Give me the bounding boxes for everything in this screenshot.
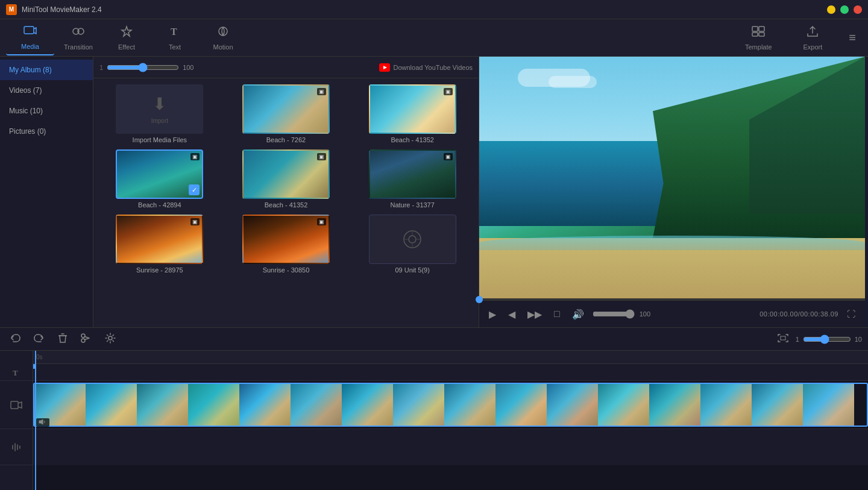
- video-strip: [547, 384, 598, 426]
- list-item[interactable]: ▣ Sunrise - 30850: [226, 215, 347, 274]
- media-label: Nature - 31377: [390, 201, 434, 209]
- zoom-controls: 1 10: [774, 331, 862, 347]
- svg-marker-20: [39, 419, 43, 424]
- export-label: Export: [803, 43, 822, 51]
- sidebar-item-pictures[interactable]: Pictures (0): [0, 121, 93, 142]
- scissors-button[interactable]: [77, 330, 95, 348]
- export-icon: [805, 25, 820, 42]
- toolbar-motion[interactable]: Motion: [199, 20, 247, 55]
- video-strip: [137, 384, 188, 426]
- prev-frame-button[interactable]: ◀: [505, 306, 519, 322]
- media-label: Beach - 41352: [391, 136, 434, 143]
- list-item[interactable]: ▣ Beach - 41352: [226, 149, 347, 209]
- time-display: 00:00:00.00/00:00:38.09: [760, 310, 838, 318]
- video-strip: [700, 384, 752, 426]
- media-thumb: ▣: [369, 84, 456, 134]
- video-strip: [752, 384, 803, 426]
- media-thumb: ▣: [242, 149, 330, 199]
- timeline-content: T 0s: [0, 351, 868, 490]
- svg-point-13: [409, 236, 416, 243]
- video-track[interactable]: [33, 381, 868, 429]
- media-label: Beach - 7262: [266, 136, 306, 143]
- video-strip: [393, 384, 444, 426]
- timeline-area: 1 10 T 0s: [0, 327, 868, 490]
- list-item[interactable]: ▣ Beach - 41352: [352, 84, 473, 143]
- list-item[interactable]: ▣ Sunrise - 28975: [99, 215, 220, 274]
- effect-label: Effect: [118, 43, 135, 51]
- next-frame-button[interactable]: ▶▶: [524, 306, 546, 322]
- svg-rect-9: [759, 33, 764, 36]
- zoom-max-label: 10: [855, 336, 862, 343]
- delete-button[interactable]: [54, 330, 71, 348]
- preview-progress-bar[interactable]: [479, 298, 865, 301]
- minimize-button[interactable]: ─: [827, 5, 835, 14]
- text-icon: T: [168, 25, 182, 42]
- preview-controls: ▶ ◀ ▶▶ □ 🔊 100 00:00:00.00/00:00:38.09 ⛶: [479, 301, 865, 327]
- media-toolbar: 1 100 Download YouTube Videos: [93, 57, 479, 78]
- undo-button[interactable]: [6, 331, 24, 348]
- menu-button[interactable]: ≡: [843, 31, 862, 45]
- volume-button[interactable]: 🔊: [568, 306, 588, 322]
- video-badge: ▣: [317, 88, 326, 95]
- timeline-tracks-left: T: [0, 351, 33, 490]
- toolbar-text[interactable]: T Text: [151, 20, 199, 55]
- import-icon: ⬇: [153, 94, 166, 114]
- video-badge: ▣: [444, 88, 453, 95]
- download-youtube-button[interactable]: Download YouTube Videos: [379, 63, 473, 72]
- svg-rect-17: [781, 336, 785, 340]
- volume-slider[interactable]: [593, 309, 635, 319]
- sidebar-item-my-album[interactable]: My Album (8): [0, 60, 93, 80]
- svg-rect-0: [24, 27, 34, 34]
- play-button[interactable]: ▶: [485, 306, 500, 322]
- media-label: Media: [21, 43, 39, 50]
- list-item[interactable]: ▣ ✓ Beach - 42894: [99, 149, 220, 209]
- text-track-icon: T: [0, 364, 33, 381]
- toolbar-transition[interactable]: Transition: [54, 20, 102, 55]
- sidebar-item-music[interactable]: Music (10): [0, 101, 93, 121]
- media-thumb: ▣: [242, 84, 330, 134]
- timeline-playhead[interactable]: [35, 351, 36, 364]
- video-strip: [803, 384, 854, 426]
- settings-button[interactable]: [101, 330, 119, 348]
- svg-rect-6: [752, 27, 758, 31]
- media-thumb: ▣: [116, 215, 203, 264]
- list-item[interactable]: ▣ Nature - 31377: [352, 149, 473, 209]
- crop-button[interactable]: □: [550, 306, 564, 322]
- volume-icon: [36, 418, 49, 427]
- toolbar-export[interactable]: Export: [788, 20, 837, 55]
- app-title: MiniTool MovieMaker 2.4: [22, 5, 827, 14]
- template-icon: [751, 25, 766, 42]
- svg-point-5: [219, 27, 227, 36]
- toolbar-media[interactable]: Media: [6, 20, 54, 55]
- zoom-slider[interactable]: [107, 63, 179, 72]
- import-thumb: ⬇ Import: [116, 84, 203, 134]
- import-label: Import Media Files: [133, 136, 187, 143]
- close-button[interactable]: ✕: [854, 5, 862, 14]
- media-label: Beach - 42894: [138, 201, 181, 209]
- timeline-tracks-right: 0s: [33, 351, 868, 490]
- zoom-min-label: 1: [796, 336, 799, 343]
- media-label: Beach - 41352: [265, 201, 308, 209]
- video-strip: [649, 384, 700, 426]
- toolbar-template[interactable]: Template: [734, 20, 782, 55]
- video-strip: [495, 384, 547, 426]
- sidebar-item-videos[interactable]: Videos (7): [0, 80, 93, 101]
- video-strip: [342, 384, 393, 426]
- import-media-item[interactable]: ⬇ Import Import Media Files: [99, 84, 220, 143]
- toolbar-effect[interactable]: Effect: [102, 20, 151, 55]
- audio-track-icon: [0, 429, 33, 465]
- list-item[interactable]: 09 Unit 5(9): [352, 215, 473, 274]
- media-panel: 1 100 Download YouTube Videos ⬇ Import I…: [93, 57, 479, 327]
- redo-button[interactable]: [30, 331, 48, 348]
- svg-text:T: T: [13, 368, 18, 377]
- audio-track: [33, 429, 868, 465]
- timeline-zoom-slider[interactable]: [803, 335, 851, 344]
- maximize-button[interactable]: □: [840, 5, 849, 14]
- media-label: Sunrise - 30850: [263, 266, 310, 274]
- media-thumb: [369, 215, 456, 264]
- fit-to-screen-button[interactable]: [774, 331, 792, 347]
- fullscreen-button[interactable]: ⛶: [843, 307, 859, 321]
- timeline-tracks-body: [33, 364, 868, 490]
- list-item[interactable]: ▣ Beach - 7262: [226, 84, 347, 143]
- selected-check: ✓: [189, 184, 200, 195]
